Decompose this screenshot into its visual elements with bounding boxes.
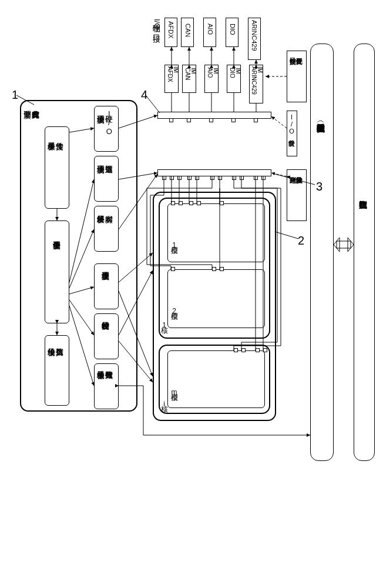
svg-line-16 <box>119 291 153 376</box>
svg-line-14 <box>119 174 157 229</box>
svg-line-30 <box>271 116 287 128</box>
svg-line-0 <box>16 95 34 105</box>
svg-rect-43 <box>337 241 351 248</box>
svg-line-13 <box>119 173 157 179</box>
svg-line-7 <box>69 287 94 294</box>
svg-line-4 <box>69 128 94 132</box>
svg-line-18 <box>119 341 153 382</box>
svg-line-15 <box>119 253 153 282</box>
svg-line-5 <box>69 179 94 282</box>
svg-line-2 <box>275 174 315 185</box>
svg-line-12 <box>119 115 157 128</box>
svg-line-17 <box>119 270 153 335</box>
svg-line-3 <box>275 232 298 239</box>
svg-line-31 <box>271 173 287 176</box>
svg-line-6 <box>69 229 94 288</box>
svg-line-1 <box>146 95 160 113</box>
